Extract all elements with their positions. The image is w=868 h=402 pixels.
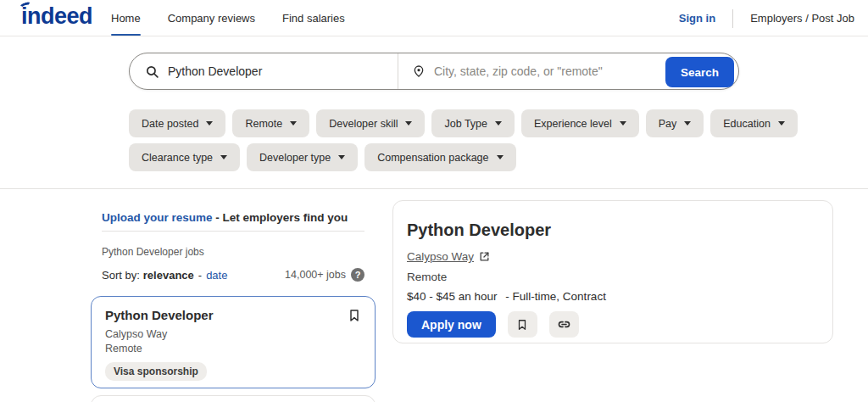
filter-remote-label: Remote xyxy=(245,118,282,130)
chevron-down-icon xyxy=(497,155,504,159)
chevron-down-icon xyxy=(338,155,345,159)
chevron-down-icon xyxy=(220,155,227,159)
filter-date-posted[interactable]: Date posted xyxy=(129,109,225,137)
upload-resume-link[interactable]: Upload your resume xyxy=(102,211,213,224)
upload-resume-line: Upload your resume - Let employers find … xyxy=(102,211,348,224)
keyword-input[interactable] xyxy=(168,64,363,78)
sign-in-link[interactable]: Sign in xyxy=(679,12,715,25)
job-count: 14,000+ jobs xyxy=(285,269,346,281)
filter-developer-skill[interactable]: Developer skill xyxy=(316,109,425,137)
filter-education-label: Education xyxy=(723,118,771,130)
apply-now-button[interactable]: Apply now xyxy=(407,311,496,338)
sort-row: Sort by: relevance - date 14,000+ jobs ? xyxy=(102,268,364,282)
detail-location: Remote xyxy=(407,271,819,283)
detail-actions: Apply now xyxy=(407,311,819,338)
chevron-down-icon xyxy=(206,121,213,126)
location-input[interactable] xyxy=(434,64,646,78)
next-job-card-partial[interactable] xyxy=(91,395,376,402)
detail-salary: $40 - $45 an hour xyxy=(407,290,498,303)
bookmark-icon[interactable] xyxy=(348,308,361,323)
header-divider xyxy=(732,9,733,28)
detail-company-link[interactable]: Calypso Way xyxy=(407,250,474,263)
search-button[interactable]: Search xyxy=(665,57,734,87)
keyword-segment xyxy=(130,53,398,89)
filter-job-type-label: Job Type xyxy=(444,118,487,130)
detail-job-title: Python Developer xyxy=(407,220,819,240)
filter-row-1: Date posted Remote Developer skill Job T… xyxy=(129,109,798,137)
resume-divider xyxy=(102,231,364,232)
save-job-button[interactable] xyxy=(508,311,537,338)
job-count-group: 14,000+ jobs ? xyxy=(285,268,364,282)
job-search-bar: Search xyxy=(129,53,739,90)
chevron-down-icon xyxy=(495,121,502,126)
nav-find-salaries[interactable]: Find salaries xyxy=(282,0,345,36)
job-detail-panel: Python Developer Calypso Way Remote $40 … xyxy=(392,200,833,343)
filter-clearance-type[interactable]: Clearance type xyxy=(129,143,240,171)
detail-job-type: - Full-time, Contract xyxy=(505,290,606,303)
filter-pay-label: Pay xyxy=(659,118,677,130)
job-card-title[interactable]: Python Developer xyxy=(105,308,214,322)
filter-pay[interactable]: Pay xyxy=(646,109,704,137)
upload-resume-tagline: - Let employers find you xyxy=(215,211,348,224)
indeed-logo[interactable]: indeed xyxy=(21,3,92,30)
filter-clearance-type-label: Clearance type xyxy=(142,152,213,164)
detail-salary-row: $40 - $45 an hour - Full-time, Contract xyxy=(407,290,819,303)
sort-date-option[interactable]: date xyxy=(206,269,227,282)
search-icon xyxy=(145,64,159,79)
copy-link-button[interactable] xyxy=(549,311,579,338)
chevron-down-icon xyxy=(778,121,785,126)
employers-post-job-link[interactable]: Employers / Post Job xyxy=(750,12,854,25)
filter-experience-level[interactable]: Experience level xyxy=(521,109,639,137)
header-right: Sign in Employers / Post Job xyxy=(679,0,854,36)
link-icon xyxy=(557,317,571,332)
indeed-logo-text: indeed xyxy=(21,3,92,29)
filter-developer-skill-label: Developer skill xyxy=(329,118,398,130)
chevron-down-icon xyxy=(620,121,626,126)
sort-relevance-option[interactable]: relevance xyxy=(143,269,194,282)
bookmark-icon xyxy=(516,318,528,332)
main-nav: Home Company reviews Find salaries xyxy=(111,0,345,36)
help-icon[interactable]: ? xyxy=(351,268,364,282)
sort-by-label: Sort by: xyxy=(102,269,140,282)
filter-date-posted-label: Date posted xyxy=(142,118,198,130)
job-card-company: Calypso Way xyxy=(105,327,361,341)
jobs-heading: Python Developer jobs xyxy=(102,246,204,258)
top-navigation-bar: indeed Home Company reviews Find salarie… xyxy=(0,0,868,36)
chevron-down-icon xyxy=(405,121,412,126)
filter-row-2: Clearance type Developer type Compensati… xyxy=(129,143,516,171)
filter-developer-type-label: Developer type xyxy=(259,152,331,164)
location-pin-icon xyxy=(412,64,426,79)
chevron-down-icon xyxy=(290,121,297,126)
nav-find-salaries-label: Find salaries xyxy=(282,12,345,25)
chevron-down-icon xyxy=(684,121,691,126)
nav-company-reviews-label: Company reviews xyxy=(168,12,255,25)
job-card-location: Remote xyxy=(105,342,361,355)
filter-job-type[interactable]: Job Type xyxy=(431,109,515,137)
external-link-icon xyxy=(479,251,490,262)
nav-company-reviews[interactable]: Company reviews xyxy=(168,0,255,36)
filter-education[interactable]: Education xyxy=(710,109,798,137)
filter-remote[interactable]: Remote xyxy=(232,109,309,137)
section-divider xyxy=(0,188,868,189)
nav-home-label: Home xyxy=(111,12,141,25)
filter-compensation-package-label: Compensation package xyxy=(377,152,488,164)
visa-sponsorship-badge: Visa sponsorship xyxy=(105,362,207,381)
filter-developer-type[interactable]: Developer type xyxy=(247,143,358,171)
nav-home[interactable]: Home xyxy=(111,0,141,36)
sort-dash: - xyxy=(198,269,202,282)
filter-experience-level-label: Experience level xyxy=(534,118,612,130)
filter-compensation-package[interactable]: Compensation package xyxy=(364,143,515,171)
job-card-python-developer[interactable]: Python Developer Calypso Way Remote Visa… xyxy=(91,296,376,388)
location-segment xyxy=(398,53,669,89)
